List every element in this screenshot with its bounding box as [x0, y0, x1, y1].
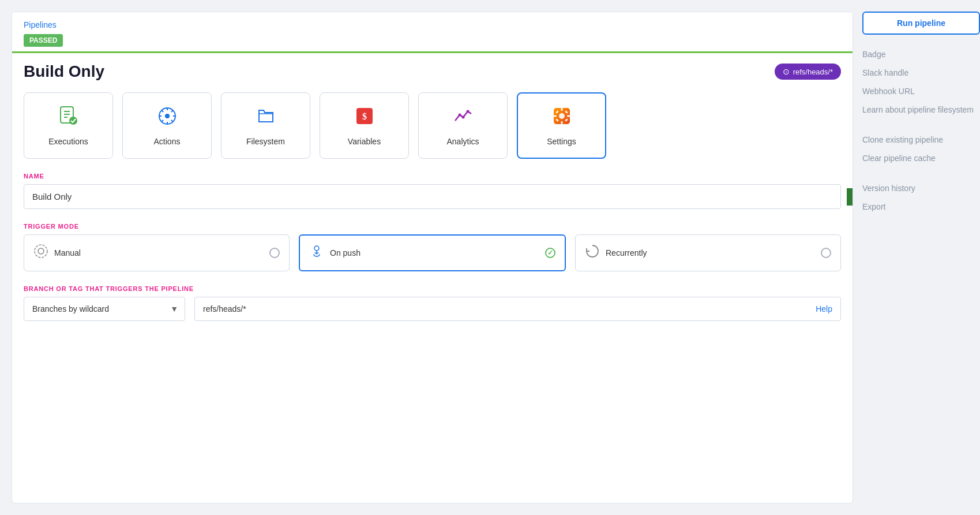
svg-point-30 — [38, 248, 44, 254]
tab-filesystem-label: Filesystem — [246, 137, 285, 146]
svg-line-11 — [162, 120, 163, 121]
trigger-mode-section: TRIGGER MODE Manual — [24, 223, 841, 271]
svg-point-14 — [458, 113, 461, 116]
filesystem-icon — [256, 106, 276, 131]
sidebar-badge[interactable]: Badge — [862, 46, 980, 62]
svg-point-3 — [165, 114, 170, 118]
sidebar-webhook-url[interactable]: Webhook URL — [862, 83, 980, 99]
tab-analytics[interactable]: Analytics — [418, 92, 508, 159]
on-push-icon — [309, 244, 324, 262]
recurrently-label: Recurrently — [606, 248, 647, 258]
tab-executions[interactable]: Executions — [24, 92, 113, 159]
tab-settings[interactable]: Settings — [517, 92, 606, 159]
svg-rect-23 — [567, 115, 570, 117]
branch-type-select[interactable]: Branches by wildcard — [24, 297, 185, 321]
recurrently-icon — [585, 244, 600, 262]
nav-tabs: Executions — [12, 92, 853, 159]
svg-marker-28 — [847, 182, 853, 211]
svg-point-31 — [314, 246, 319, 251]
pipelines-breadcrumb[interactable]: Pipelines — [24, 20, 57, 29]
sidebar-slack-handle[interactable]: Slack handle — [862, 65, 980, 81]
recurrently-radio[interactable] — [821, 248, 831, 258]
green-arrow — [847, 182, 853, 211]
actions-icon — [157, 106, 178, 131]
on-push-radio[interactable] — [545, 248, 555, 258]
svg-rect-20 — [561, 108, 562, 111]
tab-analytics-label: Analytics — [446, 137, 479, 146]
pipeline-title: Build Only — [24, 62, 104, 81]
tab-executions-label: Executions — [48, 137, 88, 146]
sidebar-learn-filesystem[interactable]: Learn about pipeline filesystem — [862, 102, 980, 118]
tab-variables[interactable]: $ Variables — [320, 92, 409, 159]
svg-point-29 — [35, 245, 47, 258]
ref-badge-text: refs/heads/* — [793, 68, 833, 76]
branch-value-input[interactable] — [195, 297, 816, 320]
trigger-mode-label: TRIGGER MODE — [24, 223, 841, 230]
manual-icon — [33, 244, 48, 262]
svg-line-9 — [171, 120, 172, 121]
sidebar: Run pipeline Badge Slack handle Webhook … — [853, 0, 980, 515]
sidebar-export[interactable]: Export — [862, 199, 980, 215]
branch-label: BRANCH OR TAG THAT TRIGGERS THE PIPELINE — [24, 285, 841, 292]
svg-point-15 — [461, 115, 464, 118]
svg-line-10 — [171, 110, 172, 112]
passed-badge: PASSED — [24, 34, 63, 47]
branch-input-wrapper: Help — [194, 297, 841, 321]
svg-text:$: $ — [362, 111, 367, 121]
name-label: NAME — [24, 173, 841, 180]
variables-icon: $ — [354, 106, 375, 131]
sidebar-clone-pipeline[interactable]: Clone existing pipeline — [862, 132, 980, 148]
tab-settings-label: Settings — [547, 137, 576, 146]
ref-badge: ⊙ refs/heads/* — [775, 64, 841, 80]
settings-icon — [551, 106, 572, 131]
name-field-group: NAME — [24, 173, 841, 209]
tab-actions[interactable]: Actions — [122, 92, 212, 159]
analytics-icon — [453, 106, 474, 131]
svg-point-16 — [466, 110, 469, 113]
star-icon: ⊙ — [783, 67, 790, 76]
trigger-manual[interactable]: Manual — [24, 234, 290, 271]
executions-icon — [58, 106, 79, 131]
trigger-options: Manual — [24, 234, 841, 271]
svg-rect-22 — [554, 115, 557, 117]
run-pipeline-button[interactable]: Run pipeline — [862, 12, 980, 35]
help-link[interactable]: Help — [816, 304, 840, 314]
branch-section: BRANCH OR TAG THAT TRIGGERS THE PIPELINE… — [24, 285, 841, 321]
sidebar-version-history[interactable]: Version history — [862, 180, 980, 196]
on-push-label: On push — [330, 248, 361, 258]
manual-label: Manual — [54, 248, 81, 258]
svg-point-1 — [69, 117, 77, 125]
tab-filesystem[interactable]: Filesystem — [221, 92, 310, 159]
svg-line-8 — [162, 110, 163, 112]
name-input[interactable] — [24, 184, 841, 209]
tab-actions-label: Actions — [154, 137, 181, 146]
svg-point-19 — [559, 113, 565, 119]
svg-rect-21 — [561, 121, 562, 124]
sidebar-clear-cache[interactable]: Clear pipeline cache — [862, 150, 980, 166]
trigger-on-push[interactable]: On push — [299, 234, 566, 271]
trigger-recurrently[interactable]: Recurrently — [575, 234, 841, 271]
manual-radio[interactable] — [269, 248, 280, 258]
tab-variables-label: Variables — [348, 137, 381, 146]
